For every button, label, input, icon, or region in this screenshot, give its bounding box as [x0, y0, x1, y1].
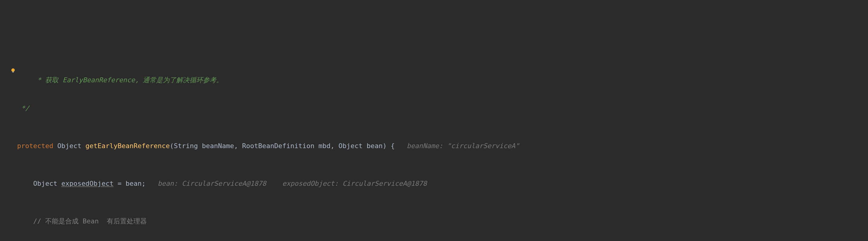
code-line[interactable]: Object exposedObject = bean; bean: Circu…	[9, 179, 868, 188]
inline-debug-hint: bean: CircularServiceA@1878 exposedObjec…	[146, 180, 427, 187]
svg-point-0	[11, 68, 14, 72]
svg-rect-1	[12, 71, 14, 72]
method-signature: (String beanName, RootBeanDefinition mbd…	[170, 142, 395, 150]
code-text: Object	[9, 180, 61, 187]
type-object: Object	[57, 142, 86, 150]
line-comment: // 不能是合成 Bean 有后置处理器	[9, 217, 147, 225]
code-line[interactable]: protected Object getEarlyBeanReference(S…	[9, 141, 868, 151]
javadoc-close: */	[9, 104, 29, 112]
javadoc-text: * 获取 EarlyBeanReference, 通常是为了解决循环参考。	[25, 76, 223, 84]
keyword-protected: protected	[9, 142, 57, 150]
inline-debug-hint: beanName: "circularServiceA"	[395, 142, 520, 150]
code-line[interactable]: * 获取 EarlyBeanReference, 通常是为了解决循环参考。	[9, 66, 868, 75]
intention-bulb-icon[interactable]	[10, 68, 16, 73]
code-line[interactable]: // 不能是合成 Bean 有后置处理器	[9, 216, 868, 226]
code-text: = bean;	[114, 180, 146, 187]
method-name: getEarlyBeanReference	[86, 142, 170, 150]
variable: exposedObject	[61, 180, 114, 187]
code-editor[interactable]: * 获取 EarlyBeanReference, 通常是为了解决循环参考。 */…	[0, 38, 868, 241]
code-line[interactable]: */	[9, 103, 868, 113]
